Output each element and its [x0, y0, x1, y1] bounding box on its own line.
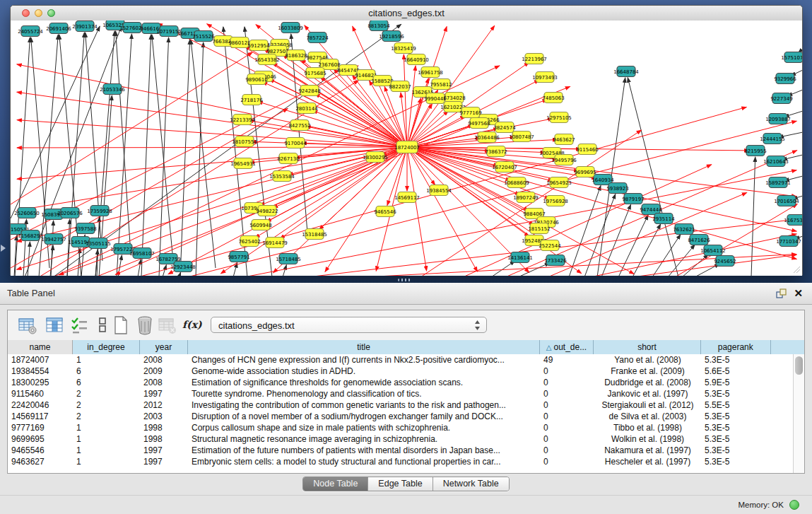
graph-node[interactable]: 18724007 [394, 141, 420, 153]
graph-node[interactable]: 16210643 [763, 156, 789, 167]
column-header-in_degree[interactable]: in_degree [73, 340, 140, 354]
graph-node[interactable]: 9498222 [256, 206, 278, 216]
tab-node-table[interactable]: Node Table [303, 477, 368, 491]
graph-node[interactable]: 9115460 [576, 144, 598, 155]
graph-node[interactable]: 16958107 [129, 248, 155, 259]
graph-node[interactable]: 15892971 [765, 177, 791, 188]
graph-node[interactable]: 9397588 [74, 223, 96, 234]
graph-node[interactable]: 7857224 [306, 33, 329, 43]
table-row[interactable]: 977716911998Corpus callosum shape and si… [8, 422, 793, 433]
graph-node[interactable]: 9890610 [245, 74, 267, 85]
graph-node[interactable]: 18107554 [232, 136, 257, 147]
table-settings-icon[interactable] [18, 315, 37, 335]
window-resize-grip[interactable] [793, 266, 801, 274]
graph-node[interactable]: 20691406 [46, 23, 71, 34]
graph-node[interactable]: 9699695 [574, 167, 596, 177]
graph-node[interactable]: 16961758 [418, 67, 443, 78]
column-header-short[interactable]: short [594, 340, 701, 354]
graph-node[interactable]: 9857791 [228, 252, 249, 262]
graph-node[interactable]: 25260650 [14, 208, 40, 218]
graph-node[interactable]: 16720407 [492, 162, 517, 173]
close-panel-icon[interactable]: ✕ [794, 287, 803, 299]
delete-trash-icon[interactable] [135, 315, 155, 335]
graph-node[interactable]: 15318485 [302, 229, 327, 240]
graph-node[interactable]: 17359928 [87, 206, 112, 216]
graph-node[interactable]: 7955812 [430, 79, 452, 90]
graph-node[interactable]: 19384554 [426, 185, 452, 196]
graph-node[interactable]: 11675338 [784, 215, 802, 226]
graph-node[interactable]: 9245652 [714, 256, 736, 267]
graph-node[interactable]: 19495796 [551, 155, 577, 165]
row-check-icon[interactable] [70, 315, 90, 335]
graph-node[interactable]: 15718485 [276, 254, 301, 264]
graph-node[interactable]: 18907249 [513, 192, 539, 203]
graph-node[interactable]: 2522544 [539, 240, 561, 251]
graph-node[interactable]: 14136141 [507, 252, 533, 263]
graph-node[interactable]: 2803144 [295, 103, 318, 114]
graph-node[interactable]: 8822037 [389, 81, 411, 92]
graph-node[interactable]: 9463627 [553, 134, 575, 145]
graph-node[interactable]: 1815152 [528, 223, 550, 234]
graph-node[interactable]: 12923448 [170, 262, 196, 272]
graph-node[interactable]: 10654112 [700, 245, 726, 256]
graph-node[interactable]: 10688609 [504, 177, 529, 188]
graph-node[interactable]: 19218596 [379, 31, 404, 42]
graph-node[interactable]: 7386372 [485, 146, 507, 157]
graph-node[interactable]: 8267130 [277, 153, 299, 164]
table-row[interactable]: 946554611997Estimation of the future num… [8, 445, 793, 456]
column-header-out_de[interactable]: △out_de... [540, 340, 594, 354]
graph-node[interactable]: 10973493 [532, 72, 558, 83]
graph-node[interactable]: 9227349 [770, 93, 792, 104]
table-row[interactable]: 969969511998Structural magnetic resonanc… [8, 433, 793, 445]
tab-edge-table[interactable]: Edge Table [368, 477, 433, 491]
graph-node[interactable]: 12213394 [230, 115, 255, 125]
graph-node[interactable]: 7515526 [192, 31, 215, 42]
graph-node[interactable]: 24055724 [18, 26, 43, 37]
graph-node[interactable]: 16543382 [254, 54, 280, 65]
column-header-name[interactable]: name [8, 340, 73, 354]
window-titlebar[interactable]: citations_edges.txt [11, 6, 802, 21]
graph-node[interactable]: 7485063 [542, 93, 564, 103]
graph-node[interactable]: 5938923 [606, 183, 628, 194]
graph-node[interactable]: 19654923 [546, 177, 572, 188]
graph-node[interactable]: 23901374 [72, 21, 98, 32]
graph-node[interactable]: 8186328 [285, 50, 307, 61]
graph-node[interactable]: 8427552 [288, 120, 310, 131]
column-layout-icon[interactable] [93, 315, 112, 335]
graph-node[interactable]: 9242848 [298, 86, 320, 96]
table-row[interactable]: 911546021997Tourette syndrome. Phenomeno… [8, 388, 793, 399]
graph-node[interactable]: 8471626 [688, 235, 710, 245]
graph-node[interactable]: 16640910 [404, 54, 429, 65]
graph-node[interactable]: 17710347 [776, 236, 801, 247]
graph-node[interactable]: 9175685 [304, 68, 326, 78]
graph-node[interactable]: 9170044 [284, 138, 307, 148]
graph-node[interactable]: 9497568 [468, 118, 490, 129]
graph-node[interactable]: 12213967 [522, 54, 547, 64]
column-header-pagerank[interactable]: pagerank [701, 340, 771, 354]
table-row[interactable]: 946362711997Embryonic stem cells: a mode… [8, 456, 793, 467]
graph-node[interactable]: 13942757 [41, 234, 66, 245]
column-selector-icon[interactable] [45, 315, 64, 335]
graph-node[interactable]: 9777169 [459, 107, 481, 118]
graph-node[interactable]: 21053346 [100, 84, 125, 95]
graph-node[interactable]: 12093887 [765, 114, 791, 124]
graph-node[interactable]: 7625402 [238, 236, 260, 247]
graph-node[interactable]: 16033809 [278, 23, 303, 33]
graph-node[interactable]: 13505115 [86, 238, 111, 249]
graph-node[interactable]: 15751074 [781, 52, 802, 63]
graph-node[interactable]: 17016504 [774, 196, 799, 206]
float-panel-icon[interactable] [776, 288, 787, 299]
column-header-year[interactable]: year [140, 340, 188, 354]
graph-node[interactable]: 9879197 [622, 194, 644, 204]
graph-node[interactable]: 15353584 [269, 171, 295, 182]
graph-node[interactable]: 1733426 [544, 255, 567, 266]
panel-collapse-arrow-icon[interactable] [1, 245, 6, 252]
graph-node[interactable]: 8215955 [744, 146, 766, 156]
graph-node[interactable]: 2935114 [652, 214, 675, 224]
graph-node[interactable]: 19654931 [230, 158, 256, 169]
vertical-scrollbar[interactable] [793, 354, 804, 473]
table-selector-dropdown[interactable]: citations_edges.txt [211, 317, 487, 333]
tab-network-table[interactable]: Network Table [433, 477, 509, 491]
table-row[interactable]: 1872400712008Changes of HCN gene express… [8, 354, 793, 366]
graph-node[interactable]: 18300295 [363, 152, 388, 163]
